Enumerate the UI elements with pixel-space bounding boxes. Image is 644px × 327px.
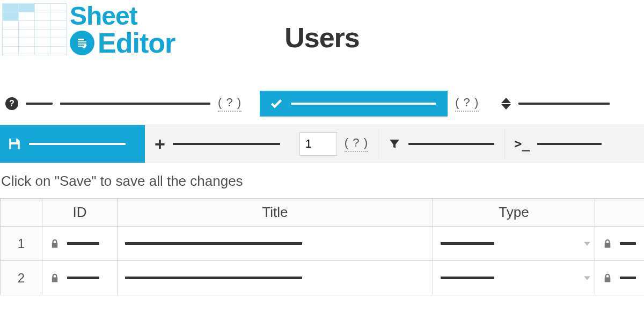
help-icon[interactable]: ? (5, 97, 18, 110)
page-title: Users (284, 21, 360, 54)
brand-name-line1: Sheet (70, 3, 175, 29)
table-row: 1 (1, 227, 645, 261)
lock-icon (603, 273, 612, 284)
console-icon: >_ (514, 136, 530, 151)
plus-icon: + (155, 135, 165, 153)
cell-type[interactable] (433, 227, 595, 261)
save-button-label (29, 143, 126, 145)
dropdown-caret-icon (584, 242, 590, 245)
row-number-header (1, 199, 42, 227)
table-header-row: ID Title Type (1, 199, 645, 227)
lock-icon (603, 238, 612, 249)
edit-circle-icon (70, 31, 94, 55)
tooltip-hint[interactable]: ( ? ) (455, 96, 479, 112)
toolbar-item[interactable] (60, 103, 210, 105)
cell-id (42, 261, 118, 295)
cell-value (441, 242, 494, 245)
filter-icon (388, 137, 401, 150)
toolbar-item[interactable] (26, 103, 53, 105)
cell-title[interactable] (118, 261, 433, 295)
header: Sheet Editor Users (0, 0, 644, 81)
save-hint-text: Click on "Save" to save all the changes (0, 163, 644, 198)
data-table: ID Title Type 1 (0, 198, 644, 295)
cell-type[interactable] (433, 261, 595, 295)
logo-spreadsheet-icon (2, 3, 67, 55)
check-icon (269, 97, 283, 111)
row-number[interactable]: 1 (1, 227, 42, 261)
cell-value (67, 242, 99, 245)
column-header-type[interactable]: Type (433, 199, 595, 227)
column-header-locked (595, 199, 645, 227)
lower-toolbar: + ( ? ) >_ (0, 125, 644, 163)
add-new-label (173, 143, 280, 145)
page-number-input[interactable] (299, 132, 337, 156)
cell-locked (595, 261, 645, 295)
cell-id (42, 227, 118, 261)
brand-name-line2: Editor (98, 29, 175, 57)
add-new-segment[interactable]: + (145, 125, 290, 163)
apply-button-label (291, 103, 436, 105)
save-button[interactable] (0, 125, 145, 163)
cell-value (125, 242, 302, 245)
console-segment[interactable]: >_ (504, 125, 611, 163)
cell-value (620, 242, 636, 245)
brand-logo: Sheet Editor (2, 3, 175, 57)
column-header-id[interactable]: ID (42, 199, 118, 227)
cell-title[interactable] (118, 227, 433, 261)
tooltip-hint[interactable]: ( ? ) (218, 96, 241, 112)
save-icon (8, 137, 21, 151)
cell-value (620, 277, 636, 279)
upper-toolbar: ? ( ? ) ( ? ) (0, 81, 644, 125)
dropdown-caret-icon (584, 276, 590, 280)
filter-segment[interactable] (378, 125, 504, 163)
cell-value (67, 277, 99, 279)
apply-button[interactable] (260, 91, 448, 117)
cell-value (441, 277, 494, 279)
row-number[interactable]: 2 (1, 261, 42, 295)
toolbar-item[interactable] (518, 103, 610, 105)
cell-locked (595, 227, 645, 261)
cell-value (125, 277, 302, 279)
console-label (537, 143, 602, 145)
lock-icon (50, 238, 60, 249)
column-header-title[interactable]: Title (118, 199, 433, 227)
table-row: 2 (1, 261, 645, 295)
tooltip-hint[interactable]: ( ? ) (345, 136, 368, 152)
sort-icon[interactable] (501, 98, 511, 110)
filter-label (408, 143, 494, 145)
lock-icon (50, 273, 60, 284)
